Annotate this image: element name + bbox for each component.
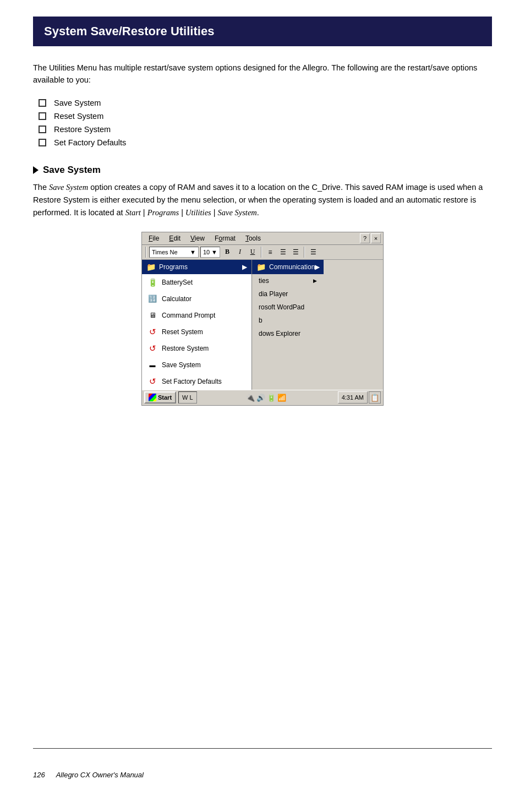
menu-format[interactable]: Format: [210, 233, 240, 243]
footer-page-number: 126: [33, 771, 45, 779]
start-menu-left: 📁 Programs ▶ 🔋 BatterySet 🔢 Calculator 🖥…: [142, 260, 252, 390]
list-item-label: Set Factory Defaults: [54, 138, 126, 147]
font-select[interactable]: Times Ne ▼: [149, 247, 199, 258]
clock-time: 4:31 AM: [342, 394, 364, 401]
menu-file[interactable]: File: [144, 233, 163, 243]
submenu-item-dia-player[interactable]: dia Player: [252, 287, 324, 301]
intro-text: The Utilities Menu has multiple restart/…: [33, 62, 492, 86]
list-button[interactable]: ☰: [308, 247, 319, 258]
restore-system-icon: ↺: [146, 343, 158, 354]
batteryset-label: BatterySet: [162, 279, 193, 286]
menu-item-set-factory[interactable]: ↺ Set Factory Defaults: [142, 373, 251, 390]
submenu-item-wordpad[interactable]: rosoft WordPad: [252, 301, 324, 314]
menu-view[interactable]: View: [186, 233, 209, 243]
start-menu-right: 📁 Communication ▶ ties ▶ dia Player roso…: [252, 260, 324, 390]
section-italic2: Start: [125, 208, 141, 217]
font-dropdown-arrow[interactable]: ▼: [190, 249, 196, 255]
menu-item-batteryset[interactable]: 🔋 BatterySet: [142, 274, 251, 291]
size-dropdown-arrow[interactable]: ▼: [211, 249, 217, 255]
programs-header[interactable]: 📁 Programs ▶: [142, 260, 251, 274]
list-item-label: Reset System: [54, 112, 103, 121]
size-select[interactable]: 10 ▼: [200, 247, 220, 258]
tray-icon-battery: 🔋: [267, 394, 276, 402]
submenu-item-ties[interactable]: ties ▶: [252, 274, 324, 287]
set-factory-label: Set Factory Defaults: [162, 378, 222, 385]
tray-icon-2: 🔊: [256, 394, 265, 402]
help-button[interactable]: ?: [360, 233, 370, 243]
taskbar-task-item[interactable]: W L: [178, 391, 197, 404]
page-header: System Save/Restore Utilities: [33, 17, 492, 46]
communication-arrow: ▶: [315, 263, 320, 271]
section-body: The Save System option creates a copy of…: [33, 181, 492, 220]
task-label: W L: [182, 394, 193, 401]
ties-label: ties: [259, 277, 269, 285]
batteryset-icon: 🔋: [146, 277, 158, 288]
communication-label: Communication: [269, 263, 315, 271]
font-name: Times Ne: [152, 249, 178, 255]
menu-item-calculator[interactable]: 🔢 Calculator: [142, 291, 251, 307]
section-italic5: Save System: [218, 208, 257, 217]
list-item: Save System: [39, 99, 492, 107]
section-sep1: |: [141, 208, 147, 217]
triangle-icon: [33, 166, 39, 174]
section-italic4: Utilities: [185, 208, 211, 217]
footer-manual-title: Allegro CX Owner's Manual: [56, 771, 144, 779]
b-label: b: [259, 317, 262, 324]
list-item-label: Save System: [54, 99, 101, 107]
checkbox-icon: [39, 99, 46, 107]
calculator-label: Calculator: [162, 295, 192, 303]
set-factory-icon: ↺: [146, 376, 158, 387]
menu-edit[interactable]: Edit: [165, 233, 185, 243]
section-sep2: |: [179, 208, 185, 217]
command-prompt-label: Command Prompt: [162, 312, 215, 319]
list-item: Reset System: [39, 112, 492, 121]
section-text-part1: The: [33, 183, 49, 192]
taskbar-clock: 4:31 AM: [338, 391, 368, 404]
toolbar-separator3: [304, 247, 305, 258]
programs-label: Programs: [159, 263, 188, 271]
taskbar: Start W L 🔌 🔊 🔋 📶 4:31 AM 📋: [142, 390, 383, 405]
checkbox-icon: [39, 126, 46, 133]
communication-icon: 📁: [256, 263, 266, 271]
close-button[interactable]: ×: [371, 233, 381, 243]
calculator-icon: 🔢: [146, 293, 158, 304]
taskbar-button[interactable]: 📋: [369, 391, 381, 404]
save-system-icon: ▬: [146, 359, 158, 370]
bold-button[interactable]: B: [222, 247, 233, 258]
menu-tools[interactable]: Tools: [241, 233, 265, 243]
ties-arrow: ▶: [313, 278, 317, 284]
windows-logo: [149, 394, 156, 401]
communication-header[interactable]: 📁 Communication ▶: [252, 260, 324, 274]
command-prompt-icon: 🖥: [146, 310, 158, 321]
menu-item-restore-system[interactable]: ↺ Restore System: [142, 340, 251, 357]
menu-item-save-system[interactable]: ▬ Save System: [142, 357, 251, 373]
align-center-button[interactable]: ☰: [277, 247, 288, 258]
submenu-item-b[interactable]: b: [252, 314, 324, 327]
italic-button[interactable]: I: [234, 247, 245, 258]
checkbox-icon: [39, 112, 46, 120]
save-system-label: Save System: [162, 361, 201, 369]
tray-icons: 🔌 🔊 🔋 📶: [246, 394, 286, 402]
section-title: Save System: [43, 165, 101, 176]
menu-item-command-prompt[interactable]: 🖥 Command Prompt: [142, 307, 251, 324]
underline-button[interactable]: U: [247, 247, 258, 258]
submenu-item-explorer[interactable]: dows Explorer: [252, 327, 324, 340]
list-item-label: Restore System: [54, 125, 111, 134]
restore-system-label: Restore System: [162, 345, 209, 352]
start-button[interactable]: Start: [144, 391, 176, 404]
bullet-list: Save System Reset System Restore System …: [33, 99, 492, 151]
align-right-button[interactable]: ☰: [290, 247, 301, 258]
section-italic1: Save System: [49, 183, 88, 192]
reset-system-label: Reset System: [162, 328, 203, 336]
toolbar-separator2: [261, 247, 262, 258]
programs-arrow: ▶: [242, 263, 247, 271]
toolbar-separator: [145, 247, 146, 258]
format-toolbar: Times Ne ▼ 10 ▼ B I U ≡ ☰ ☰ ☰: [142, 245, 383, 260]
screenshot-container: File Edit View Format Tools ? × Times Ne…: [141, 232, 384, 406]
menu-item-reset-system[interactable]: ↺ Reset System: [142, 324, 251, 340]
align-left-button[interactable]: ≡: [265, 247, 276, 258]
tray-icon-1: 🔌: [246, 394, 255, 402]
tray-icon-network: 📶: [277, 394, 286, 402]
page-footer: 126 Allegro CX Owner's Manual: [33, 748, 492, 779]
wordpad-label: rosoft WordPad: [259, 303, 304, 311]
